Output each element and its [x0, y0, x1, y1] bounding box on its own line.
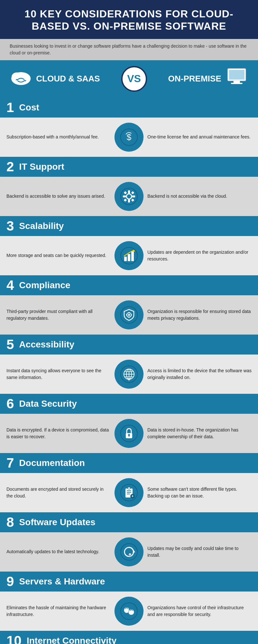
section-icon-6 — [114, 419, 144, 448]
section-title-9: Servers & Hardware — [19, 576, 105, 587]
svg-rect-15 — [123, 195, 126, 197]
content-row-5: Instant data syncing allows everyone to … — [0, 355, 258, 394]
section-title-7: Documentation — [19, 458, 85, 468]
section-header-10: 10 Internet Connectivity — [0, 631, 258, 644]
svg-point-31 — [126, 314, 127, 316]
svg-rect-14 — [128, 199, 130, 203]
content-right-9: Organizations have control of their infr… — [147, 604, 252, 618]
section-header-5: 5 Accessibility — [0, 335, 258, 355]
section-num-2: 2 — [6, 160, 14, 174]
content-row-1: Subscription-based with a monthly/annual… — [0, 118, 258, 157]
content-row-4: Third-party provider must compliant with… — [0, 295, 258, 335]
section-num-1: 1 — [6, 101, 14, 114]
svg-rect-47 — [127, 490, 131, 491]
content-left-9: Eliminates the hassle of maintaining the… — [6, 604, 111, 618]
svg-text:$: $ — [127, 132, 132, 142]
svg-rect-48 — [127, 492, 131, 493]
content-right-2: Backend is not accessible via the cloud. — [147, 193, 252, 200]
content-right-4: Organization is responsible for ensuring… — [147, 308, 252, 322]
content-left-5: Instant data syncing allows everyone to … — [6, 367, 111, 381]
content-row-9: Eliminates the hassle of maintaining the… — [0, 592, 258, 631]
section-header-7: 7 Documentation — [0, 453, 258, 473]
section-title-10: Internet Connectivity — [27, 636, 116, 644]
section-header-1: 1 Cost — [0, 98, 258, 118]
section-num-3: 3 — [6, 219, 14, 233]
vs-section: CLOUD & SAAS VS ON-PREMISE — [0, 60, 258, 98]
section-icon-4 — [114, 300, 144, 329]
onprem-label: ON-PREMISE — [168, 74, 221, 83]
section-header-6: 6 Data Security — [0, 394, 258, 414]
section-icon-8 — [114, 537, 144, 566]
section-icon-5 — [114, 360, 144, 389]
section-num-8: 8 — [6, 516, 14, 529]
svg-rect-22 — [124, 257, 127, 261]
cloud-label: CLOUD & SAAS — [36, 74, 100, 83]
content-row-3: More storage and seats can be quickly re… — [0, 236, 258, 275]
svg-rect-13 — [128, 190, 130, 194]
content-left-4: Third-party provider must compliant with… — [6, 308, 111, 322]
svg-point-32 — [131, 314, 132, 316]
section-title-2: IT Support — [19, 162, 64, 172]
content-row-8: Automatically updates to the latest tech… — [0, 532, 258, 572]
section-num-6: 6 — [6, 397, 14, 411]
content-left-1: Subscription-based with a monthly/annual… — [6, 134, 111, 140]
section-header-2: 2 IT Support — [0, 157, 258, 177]
content-row-6: Data is encrypted. If a device is compro… — [0, 414, 258, 453]
subtitle-bar: Businesses looking to invest in or chang… — [0, 39, 258, 60]
content-right-1: One-time license fee and annual maintena… — [147, 134, 252, 140]
cloud-side: CLOUD & SAAS — [10, 67, 100, 90]
section-icon-7: + — [114, 478, 144, 507]
svg-rect-49 — [127, 494, 130, 494]
content-left-3: More storage and seats can be quickly re… — [6, 252, 111, 259]
content-left-6: Data is encrypted. If a device is compro… — [6, 427, 111, 440]
section-num-7: 7 — [6, 456, 14, 470]
section-num-4: 4 — [6, 279, 14, 292]
section-title-4: Compliance — [19, 280, 70, 290]
content-row-2: Backend is accessible to solve any issue… — [0, 177, 258, 216]
section-icon-3 — [114, 241, 144, 270]
content-row-7: Documents are encrypted and stored secur… — [0, 473, 258, 512]
section-title-1: Cost — [19, 102, 39, 113]
page-header: 10 KEY CONSIDERATIONS FOR CLOUD-BASED VS… — [0, 0, 258, 39]
svg-rect-7 — [233, 81, 240, 83]
content-left-2: Backend is accessible to solve any issue… — [6, 193, 111, 200]
section-title-8: Software Updates — [19, 517, 95, 527]
content-left-7: Documents are encrypted and stored secur… — [6, 486, 111, 499]
section-title-6: Data Security — [19, 399, 77, 409]
section-header-4: 4 Compliance — [0, 275, 258, 295]
content-right-5: Access is limited to the device that the… — [147, 367, 252, 381]
section-num-5: 5 — [6, 338, 14, 351]
content-right-6: Data is stored in-house. The organizatio… — [147, 427, 252, 440]
section-header-8: 8 Software Updates — [0, 512, 258, 532]
svg-text:+: + — [131, 494, 134, 498]
svg-rect-50 — [128, 487, 130, 489]
section-header-9: 9 Servers & Hardware — [0, 572, 258, 592]
section-num-9: 9 — [6, 575, 14, 588]
sections-container: 1 Cost Subscription-based with a monthly… — [0, 98, 258, 644]
svg-point-28 — [128, 314, 130, 316]
svg-rect-8 — [231, 83, 243, 84]
subtitle-text: Businesses looking to invest in or chang… — [10, 43, 247, 55]
vs-badge: VS — [121, 66, 147, 92]
section-title-3: Scalability — [19, 221, 64, 231]
page-title: 10 KEY CONSIDERATIONS FOR CLOUD-BASED VS… — [13, 8, 245, 33]
section-num-10: 10 — [6, 634, 22, 644]
section-title-5: Accessibility — [19, 339, 74, 350]
svg-point-29 — [128, 312, 130, 313]
section-icon-9 — [114, 597, 144, 626]
content-right-8: Updates may be costly and could take tim… — [147, 545, 252, 559]
svg-rect-6 — [229, 70, 244, 80]
onprem-side: ON-PREMISE — [168, 67, 248, 91]
content-right-7: Some software can't store different file… — [147, 486, 252, 499]
svg-rect-24 — [131, 251, 134, 261]
svg-rect-16 — [132, 195, 135, 197]
content-left-8: Automatically updates to the latest tech… — [6, 548, 111, 555]
svg-rect-23 — [128, 254, 130, 261]
section-icon-1: $ — [114, 123, 144, 152]
computer-icon — [225, 67, 248, 91]
section-icon-2 — [114, 182, 144, 211]
cloud-icon — [10, 67, 32, 90]
svg-rect-44 — [129, 435, 129, 437]
content-right-3: Updates are dependent on the organizatio… — [147, 249, 252, 262]
section-header-3: 3 Scalability — [0, 216, 258, 236]
